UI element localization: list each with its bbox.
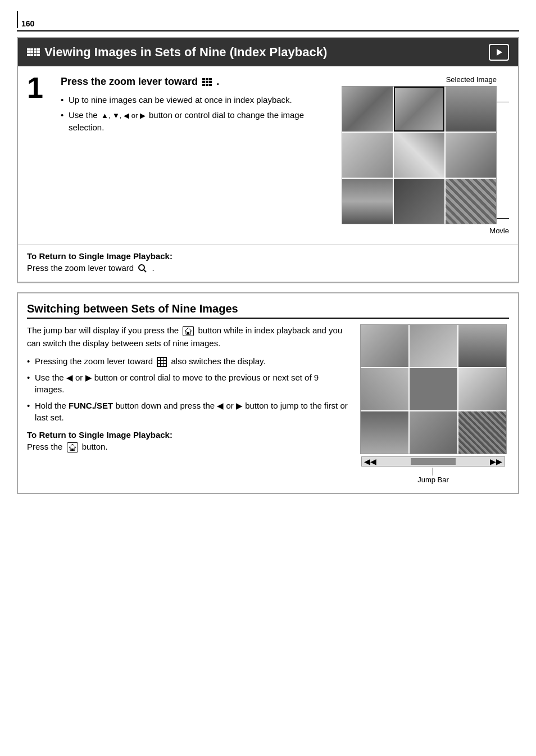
jump-bar-container: ◀◀ ▶▶ Jump Bar: [357, 456, 509, 484]
switching-content: The jump bar will display if you press t…: [27, 324, 509, 484]
switching-title: Switching between Sets of Nine Images: [27, 302, 509, 319]
jump-bar-indicator: [411, 458, 456, 465]
svg-rect-6: [71, 449, 74, 451]
switching-bullet3: Hold the FUNC./SET button down and press…: [27, 400, 348, 423]
step1-bullets: Up to nine images can be viewed at once …: [61, 94, 330, 133]
movie-label: Movie: [489, 227, 509, 235]
magnify-icon: [138, 264, 148, 274]
grid-cell-1: [342, 87, 393, 132]
s2-grid-cell-5: [410, 368, 457, 410]
grid-cell-7: [342, 179, 393, 224]
selected-image-line: [497, 102, 509, 102]
jump-bar: ◀◀ ▶▶: [361, 456, 505, 467]
s2-grid-cell-1: [361, 325, 408, 367]
switching-intro: The jump bar will display if you press t…: [27, 324, 348, 350]
switching-bullets: Pressing the zoom lever toward also swit: [27, 355, 348, 423]
main-section: Viewing Images in Sets of Nine (Index Pl…: [17, 37, 519, 283]
zoom-grid-icon: [202, 78, 212, 86]
switching-section: Switching between Sets of Nine Images Th…: [17, 292, 519, 494]
s2-grid-cell-2: [410, 325, 457, 367]
svg-point-1: [139, 265, 144, 270]
step1-image-grid: [342, 86, 497, 224]
switching-return: To Return to Single Image Playback: Pres…: [27, 430, 348, 452]
svg-line-2: [144, 270, 146, 272]
selected-image-label: Selected Image: [446, 75, 497, 84]
grid-cell-8: [394, 179, 444, 224]
jump-bar-arrow-right: ▶▶: [490, 457, 502, 466]
svg-rect-4: [187, 332, 189, 334]
switching-text-area: The jump bar will display if you press t…: [27, 324, 348, 484]
s2-grid-cell-9: [458, 411, 506, 454]
s2-grid-cell-6: [458, 368, 506, 410]
page-rule: [17, 11, 18, 28]
return1-section: To Return to Single Image Playback: Pres…: [18, 245, 518, 282]
switching-return-text: Press the button.: [27, 442, 348, 452]
step1-heading: Press the zoom lever toward .: [61, 75, 330, 88]
step1-text: Press the zoom lever toward . Up: [61, 75, 330, 235]
grid-cell-5: [394, 133, 444, 178]
page-number: 160: [21, 19, 34, 28]
step1-image-area: Selected Image: [342, 75, 509, 235]
step1-bullet2: Use the ▲, ▼, ◀ or ▶ button or control d…: [61, 109, 330, 133]
inline-grid-icon: [157, 357, 167, 367]
func-home-icon-2: [67, 442, 78, 452]
return1-heading: To Return to Single Image Playback:: [27, 251, 509, 261]
grid-cell-4: [342, 133, 393, 178]
grid-cell-3: [446, 87, 496, 132]
s2-grid-cell-7: [361, 411, 408, 454]
s2-grid-cell-4: [361, 368, 408, 410]
section-title: Viewing Images in Sets of Nine (Index Pl…: [27, 45, 327, 60]
jump-bar-arrow-left: ◀◀: [364, 457, 376, 466]
func-set-label: FUNC./SET: [69, 401, 113, 410]
jump-bar-label-line: [433, 468, 433, 476]
s2-grid-cell-3: [458, 325, 506, 367]
grid-cell-9: [446, 179, 496, 224]
step1-content: 1 Press the zoom lever toward .: [18, 66, 518, 245]
switching-bullet1: Pressing the zoom lever toward also swit: [27, 355, 348, 367]
arrow-symbols: ▲, ▼, ◀ or ▶: [101, 111, 146, 120]
func-home-icon: [183, 326, 194, 336]
s2-grid-cell-8: [410, 411, 457, 454]
movie-line: [497, 218, 509, 219]
jump-bar-label: Jump Bar: [417, 476, 449, 484]
switching-image-area: ◀◀ ▶▶ Jump Bar: [357, 324, 509, 484]
jump-bar-label-area: Jump Bar: [417, 468, 449, 484]
grid-cell-2: [394, 87, 444, 132]
page-number-area: 160: [17, 11, 519, 31]
switching-bullet2: Use the ◀ or ▶ button or control dial to…: [27, 372, 348, 395]
step1-heading-suffix: .: [216, 76, 219, 87]
switching-return-heading: To Return to Single Image Playback:: [27, 430, 348, 440]
step1-bullet1: Up to nine images can be viewed at once …: [61, 94, 330, 106]
playback-mode-icon: [489, 44, 509, 61]
section-title-text: Viewing Images in Sets of Nine (Index Pl…: [44, 45, 327, 60]
step1-number: 1: [27, 73, 49, 235]
section-header: Viewing Images in Sets of Nine (Index Pl…: [18, 38, 518, 66]
switching-image-grid: [360, 324, 507, 454]
grid-icon: [27, 48, 40, 56]
return1-text: Press the zoom lever toward .: [27, 263, 509, 274]
svg-marker-0: [497, 49, 502, 56]
grid-cell-6: [446, 133, 496, 178]
